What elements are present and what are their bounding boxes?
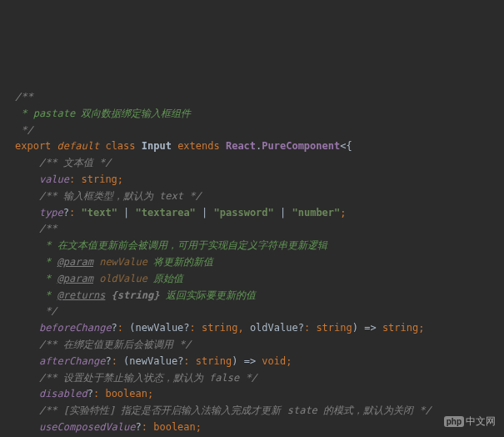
watermark: php中文网: [444, 414, 496, 430]
optional: ?: [183, 322, 189, 334]
optional: ?: [63, 207, 69, 218]
str-textarea: "textarea": [136, 207, 196, 218]
jsdoc-type: {string}: [112, 289, 160, 301]
jsdoc-close: */: [39, 305, 57, 317]
paren-close: ): [232, 355, 237, 367]
jsdoc-desc: * pastate 双向数据绑定输入框组件: [15, 108, 191, 119]
type-string: string: [316, 322, 352, 334]
pipe: |: [280, 207, 286, 218]
optional: ?: [136, 421, 142, 433]
optional: ?: [298, 322, 304, 334]
brace-open: {: [346, 140, 352, 152]
code-block: /** * pastate 双向数据绑定输入框组件 */ export defa…: [15, 73, 489, 437]
jsdoc-line: *: [15, 256, 57, 268]
fn-param: newValue: [136, 322, 184, 334]
param-desc: 原始值: [153, 273, 183, 284]
fn-param: newValue: [129, 355, 177, 367]
optional: ?: [105, 355, 111, 367]
colon: :: [93, 388, 99, 399]
comment-composed: /** [实验特性] 指定是否开启输入法输入完成才更新 state 的模式，默认…: [39, 404, 432, 416]
prop-afterchange: afterChange: [39, 355, 105, 367]
colon: :: [304, 322, 310, 334]
type-string: string: [82, 173, 117, 185]
semi: ;: [286, 355, 292, 367]
pipe: |: [202, 207, 207, 218]
comment-type: /** 输入框类型，默认为 text */: [39, 190, 202, 202]
pure-component: PureComponent: [262, 140, 340, 152]
colon: :: [112, 355, 117, 367]
param-oldvalue: oldValue: [99, 273, 147, 284]
watermark-text: 中文网: [466, 415, 496, 427]
fn-param: oldValue: [250, 322, 298, 334]
prop-type: type: [39, 207, 63, 218]
type-string: string: [196, 355, 232, 367]
semi: ;: [147, 388, 153, 399]
react-ns: React: [226, 140, 256, 152]
ret-type: void: [262, 355, 286, 367]
kw-export: export: [15, 140, 51, 152]
comment-afterchange: /** 在绑定值更新后会被调用 */: [39, 339, 192, 350]
jsdoc-open: /**: [39, 223, 57, 234]
arrow: =>: [244, 355, 256, 367]
semi: ;: [117, 173, 123, 185]
prop-value: value: [39, 173, 69, 185]
returns-desc: 返回实际要更新的值: [166, 289, 256, 301]
optional: ?: [112, 322, 117, 334]
colon: :: [183, 355, 189, 367]
jsdoc-param: @param: [57, 273, 93, 284]
jsdoc-open: /**: [15, 91, 33, 103]
type-string: string: [202, 322, 237, 334]
ret-type: string: [382, 322, 418, 334]
param-newvalue: newValue: [99, 256, 147, 268]
kw-extends: extends: [177, 140, 220, 152]
param-desc: 将更新的新值: [153, 256, 213, 268]
comma: ,: [237, 322, 243, 334]
jsdoc-returns: @returns: [57, 289, 106, 301]
semi: ;: [340, 207, 346, 218]
semi: ;: [196, 421, 202, 433]
prop-disabled: disabled: [39, 388, 87, 399]
colon: :: [69, 173, 75, 185]
colon: :: [142, 421, 147, 433]
optional: ?: [87, 388, 93, 399]
str-number: "number": [292, 207, 340, 218]
colon: :: [190, 322, 196, 334]
prop-beforechange: beforeChange: [39, 322, 112, 334]
semi: ;: [418, 322, 424, 334]
jsdoc-close: */: [15, 124, 33, 136]
str-password: "password": [214, 207, 274, 218]
comment-value: /** 文本值 */: [39, 157, 112, 168]
jsdoc-line: *: [15, 273, 57, 284]
pipe: |: [123, 207, 129, 218]
prop-usecomposed: useComposedValue: [39, 421, 136, 433]
php-badge: php: [444, 416, 464, 427]
type-boolean: boolean: [153, 421, 196, 433]
class-name: Input: [142, 140, 172, 152]
paren-open: (: [129, 322, 135, 334]
str-text: "text": [82, 207, 117, 218]
jsdoc-line: * 在文本值更新前会被调用，可用于实现自定义字符串更新逻辑: [39, 239, 327, 251]
jsdoc-line: *: [15, 289, 57, 301]
colon: :: [117, 322, 123, 334]
colon: :: [69, 207, 75, 218]
arrow: =>: [364, 322, 376, 334]
paren-close: ): [352, 322, 358, 334]
kw-class: class: [105, 140, 135, 152]
kw-default: default: [57, 140, 100, 152]
comment-disabled: /** 设置处于禁止输入状态，默认为 false */: [39, 372, 257, 384]
jsdoc-param: @param: [57, 256, 93, 268]
type-boolean: boolean: [105, 388, 147, 399]
